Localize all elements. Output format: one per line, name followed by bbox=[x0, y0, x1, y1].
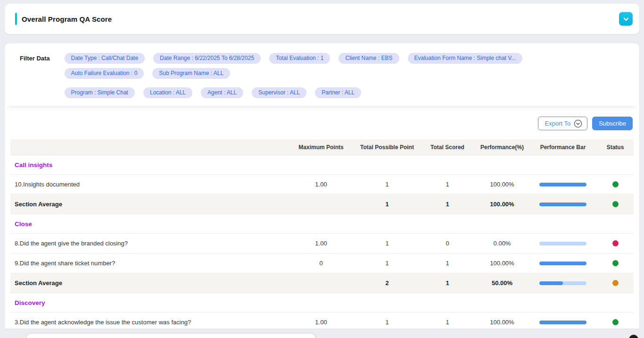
question-label: 9.Did the agent share ticket number? bbox=[10, 260, 288, 267]
performance-bar-track bbox=[539, 262, 586, 265]
performance-pct-value: 100.00% bbox=[475, 181, 529, 188]
col-header-total-scored: Total Scored bbox=[420, 144, 475, 151]
filter-chip[interactable]: Supervisor : ALL bbox=[252, 87, 306, 98]
performance-pct-value: 100.00% bbox=[475, 201, 529, 208]
performance-bar bbox=[529, 183, 597, 186]
question-label: 10.Insights documented bbox=[10, 181, 288, 188]
section-header-row: Close bbox=[10, 214, 634, 234]
qa-score-table: Maximum Points Total Possible Point Tota… bbox=[10, 139, 634, 338]
performance-pct-value: 100.00% bbox=[475, 260, 529, 267]
status-cell bbox=[597, 280, 634, 286]
bottom-popup bbox=[26, 333, 316, 338]
col-header-maximum-points: Maximum Points bbox=[288, 144, 355, 151]
filter-chip[interactable]: Date Type : Call/Chat Date bbox=[65, 53, 145, 64]
performance-pct-value: 0.00% bbox=[475, 240, 529, 247]
status-cell bbox=[597, 201, 634, 207]
page-title: Overall Program QA Score bbox=[22, 15, 112, 23]
status-indicator-green bbox=[612, 319, 619, 325]
col-header-performance-bar: Performance Bar bbox=[529, 144, 597, 151]
performance-bar bbox=[529, 321, 597, 324]
filter-chip[interactable]: Total Evaluation : 1 bbox=[269, 53, 330, 64]
performance-pct-value: 100.00% bbox=[475, 319, 529, 326]
status-indicator-red bbox=[612, 240, 619, 246]
col-header-performance-pct: Performance(%) bbox=[475, 144, 529, 151]
maximum-points-value: 1.00 bbox=[288, 240, 355, 247]
question-label: 8.Did the agent give the branded closing… bbox=[10, 240, 288, 247]
qa-table-body: Call insights10.Insights documented1.001… bbox=[10, 155, 634, 338]
total-scored-value: 1 bbox=[420, 319, 475, 326]
total-possible-point-value: 1 bbox=[355, 260, 420, 267]
filter-chip[interactable]: Evaluation Form Name : Simple chat V... bbox=[408, 53, 523, 64]
status-indicator-green bbox=[612, 181, 619, 187]
performance-bar-fill bbox=[539, 321, 586, 324]
maximum-points-value: 1.00 bbox=[288, 181, 355, 188]
status-indicator-green bbox=[612, 260, 619, 266]
filter-data-label: Filter Data bbox=[20, 53, 50, 62]
main-panel: Filter Data Date Type : Call/Chat DateDa… bbox=[5, 43, 639, 329]
filter-chip[interactable]: Agent : ALL bbox=[201, 87, 243, 98]
status-cell bbox=[597, 319, 634, 325]
filter-chip-list: Date Type : Call/Chat DateDate Range : 6… bbox=[65, 53, 630, 98]
maximum-points-value: 1.00 bbox=[288, 319, 355, 326]
performance-bar-fill bbox=[539, 203, 586, 206]
filter-chip[interactable]: Auto Failure Evaluation : 0 bbox=[65, 68, 144, 79]
performance-bar-fill bbox=[539, 281, 563, 285]
export-button-label: Export To bbox=[545, 120, 571, 127]
collapse-button[interactable] bbox=[619, 12, 633, 26]
table-row: 9.Did the agent share ticket number?0111… bbox=[10, 254, 634, 273]
status-indicator-orange bbox=[612, 280, 619, 286]
filter-chip[interactable]: Date Range : 6/22/2025 To 6/28/2025 bbox=[153, 53, 261, 64]
subscribe-button[interactable]: Subscribe bbox=[592, 117, 633, 130]
question-label: Section Average bbox=[10, 201, 288, 208]
performance-bar-track bbox=[539, 203, 586, 206]
filter-section: Filter Data Date Type : Call/Chat DateDa… bbox=[5, 43, 639, 106]
performance-bar-track bbox=[539, 281, 586, 285]
performance-bar-track bbox=[539, 183, 586, 186]
filter-chip[interactable]: Client Name : EBS bbox=[339, 53, 399, 64]
total-possible-point-value: 1 bbox=[355, 240, 420, 247]
filter-chip[interactable]: Sub Program Name : ALL bbox=[152, 68, 230, 79]
header-card: Overall Program QA Score bbox=[5, 4, 639, 34]
section-header-row: Discovery bbox=[10, 293, 634, 313]
question-label: 3.Did the agent acknowledge the issue th… bbox=[10, 319, 288, 326]
section-header-row: Call insights bbox=[10, 155, 634, 175]
performance-bar-track bbox=[539, 321, 586, 324]
performance-pct-value: 50.00% bbox=[475, 279, 529, 287]
filter-chip[interactable]: Location : ALL bbox=[143, 87, 192, 98]
total-scored-value: 1 bbox=[420, 260, 475, 267]
status-cell bbox=[597, 240, 634, 246]
performance-bar bbox=[529, 262, 597, 265]
performance-bar bbox=[529, 203, 597, 206]
chevron-down-icon bbox=[623, 16, 629, 22]
toolbar: Export To Subscribe bbox=[5, 106, 639, 130]
table-row: 8.Did the agent give the branded closing… bbox=[10, 234, 634, 254]
total-possible-point-value: 1 bbox=[355, 319, 420, 326]
section-title: Close bbox=[10, 220, 634, 228]
total-scored-value: 0 bbox=[420, 240, 475, 247]
performance-bar-track bbox=[539, 242, 586, 245]
col-header-total-possible-point: Total Possible Point bbox=[355, 144, 420, 151]
section-average-row: Section Average11100.00% bbox=[10, 194, 634, 214]
maximum-points-value: 0 bbox=[288, 260, 355, 267]
status-cell bbox=[597, 260, 634, 266]
table-header-row: Maximum Points Total Possible Point Tota… bbox=[10, 139, 634, 155]
filter-chip[interactable]: Program : Simple Chat bbox=[65, 87, 135, 98]
table-row: 3.Did the agent acknowledge the issue th… bbox=[10, 313, 634, 332]
export-button[interactable]: Export To bbox=[538, 117, 588, 130]
total-possible-point-value: 1 bbox=[355, 181, 420, 188]
col-header-status: Status bbox=[597, 144, 634, 151]
floating-button-partial[interactable] bbox=[629, 335, 638, 338]
total-possible-point-value: 1 bbox=[355, 201, 420, 208]
status-cell bbox=[597, 181, 634, 187]
performance-bar bbox=[529, 281, 597, 285]
performance-bar bbox=[529, 242, 597, 245]
section-title: Discovery bbox=[10, 299, 634, 306]
performance-bar-fill bbox=[539, 183, 586, 186]
total-scored-value: 1 bbox=[420, 201, 475, 208]
filter-chip[interactable]: Partner : ALL bbox=[315, 87, 361, 98]
question-label: Section Average bbox=[10, 279, 288, 287]
title-accent-bar bbox=[15, 13, 17, 25]
table-row: 10.Insights documented1.0011100.00% bbox=[10, 175, 634, 194]
total-possible-point-value: 2 bbox=[355, 279, 420, 287]
section-average-row: Section Average2150.00% bbox=[10, 273, 634, 293]
